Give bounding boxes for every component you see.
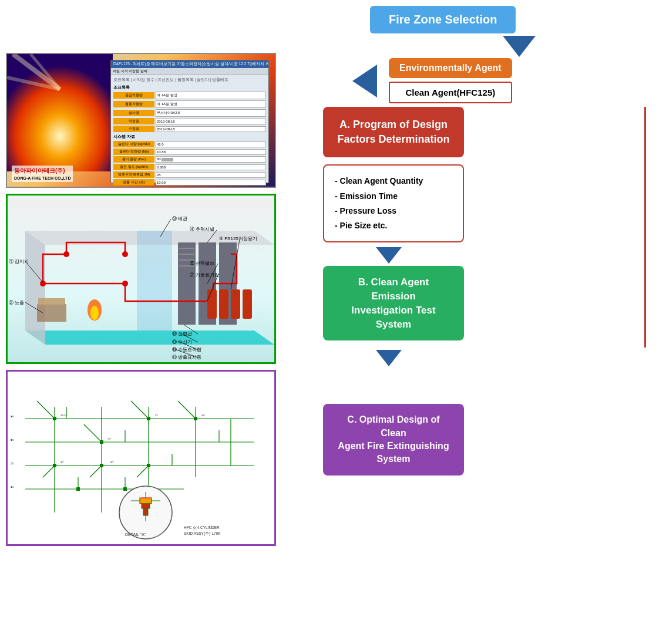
red-bracket-line (644, 107, 646, 348)
arrow-left-env (352, 65, 377, 97)
svg-text:HFC 소4-CYLINDER: HFC 소4-CYLINDER (184, 525, 220, 530)
svg-text:₁₀₀: ₁₀₀ (60, 413, 66, 417)
svg-rect-73 (147, 417, 150, 420)
svg-text:₄₀: ₄₀ (201, 413, 205, 417)
svg-rect-92 (143, 508, 148, 515)
svg-rect-19 (207, 289, 217, 319)
sw-val-7: 10.88 (156, 149, 266, 155)
clean-emission-line2: Investigation Test System (351, 305, 435, 330)
fire-zone-box: Fire Zone Selection (370, 6, 516, 33)
svg-rect-20 (219, 289, 228, 319)
arrow-down-2 (376, 247, 402, 264)
svg-line-58 (37, 401, 55, 419)
flowchart: Fire Zone Selection Environmentally Agen… (288, 6, 664, 476)
clean-agent-hfc-label: Clean Agent(HFC125) (405, 87, 495, 97)
sw-label-8: 충기 용량 (Bar) (113, 156, 154, 163)
svg-text:₃₀: ₃₀ (11, 414, 14, 418)
svg-rect-78 (123, 487, 127, 491)
sw-val-9: 0.888 (156, 164, 266, 170)
sw-label-12: 선택 밸도 (개) (113, 187, 154, 188)
company-logo: 동아파이아테크(주) DONG-A FIRE TECH CO.,LTD (12, 166, 73, 182)
piping-diagram-svg: ₁₀₀ ₅₀ ₇₅ ₄₀ ₂₅ ₂₅ DETAIL "A" ₃₀ (8, 372, 274, 544)
svg-rect-71 (53, 417, 56, 420)
left-panels: DAFI-125 - 3(세트)호 제트바보기용 자동소화장치(소방시설 설계/… (6, 53, 282, 546)
svg-rect-74 (194, 417, 197, 420)
svg-text:③ 배관: ③ 배관 (172, 216, 187, 221)
sw-label-3: 설사명 (113, 110, 154, 116)
svg-rect-22 (243, 289, 252, 319)
svg-text:⑤ FS125저장용기: ⑤ FS125저장용기 (219, 236, 257, 241)
svg-rect-0 (7, 54, 113, 171)
sw-label-2: 협동각형량 (113, 101, 154, 107)
svg-text:₂₅: ₂₅ (11, 437, 14, 441)
sw-label-4: 작성일 (113, 118, 154, 124)
factor-3: - Pressure Loss (335, 204, 452, 218)
sw-label-7: 슬린다 적재량 (Nb) (113, 149, 154, 155)
logo-english: DONG-A FIRE TECH CO.,LTD (14, 176, 70, 180)
svg-marker-5 (25, 231, 45, 345)
svg-text:② 노즐: ② 노즐 (9, 300, 24, 305)
program-line2: Factors Determination (337, 133, 449, 145)
optimal-line1: C. Optimal Design of Clean (347, 414, 439, 437)
sw-val-5: 2013-08-18 (156, 126, 266, 132)
svg-line-60 (131, 401, 149, 419)
env-agent-box: Environmentally Agent (389, 58, 512, 78)
sw-label-11: 방출 시간 (초) (113, 179, 154, 186)
fire-zone-label: Fire Zone Selection (389, 13, 497, 26)
svg-text:⑧ 집합관: ⑧ 집합관 (172, 331, 192, 336)
system-diagram-panel: ① 감지기 ② 노즐 ③ 배관 ④ 추력시빌 ⑤ FS125저장용기 ⑥ 선택밸… (6, 194, 276, 364)
logo-korean: 동아파이아테크(주) (14, 167, 65, 174)
sw-menu: 파일 시작 저장한 날짜 (111, 68, 268, 75)
sw-label-10: 방호구역 빠른압 (M) (113, 171, 154, 178)
sw-title: DAFI-125 - 3(세트)호 제트바보기용 자동소화장치(소방시설 설계/… (111, 60, 268, 68)
svg-rect-76 (100, 464, 103, 467)
svg-rect-77 (147, 464, 150, 467)
svg-text:₁₅: ₁₅ (11, 484, 14, 488)
svg-rect-8 (178, 242, 196, 325)
sw-val-6: 42.0 (156, 141, 266, 147)
svg-point-16 (122, 251, 128, 257)
arrow-down-1 (503, 36, 536, 57)
optimal-box: C. Optimal Design of Clean Agent Fire Ex… (323, 404, 464, 476)
svg-rect-91 (142, 504, 150, 508)
sw-val-2: 여 1A일 달성 (156, 100, 266, 108)
sw-section2: 시스템 자료 (113, 134, 266, 140)
factors-box: - Clean Agent Quantity - Emission Time -… (323, 164, 464, 242)
clean-emission-box: B. Clean Agent Emission Investigation Te… (323, 266, 464, 340)
svg-rect-75 (53, 464, 56, 467)
sw-section1: 조표목록 (113, 85, 266, 90)
sw-val-8: 60 (156, 156, 266, 162)
svg-rect-72 (100, 440, 103, 444)
svg-point-24 (90, 306, 99, 320)
svg-text:₂₀: ₂₀ (11, 461, 14, 465)
clean-emission-line1: B. Clean Agent Emission (358, 277, 429, 302)
svg-line-59 (84, 424, 102, 442)
sw-label-5: 수정일 (113, 126, 154, 132)
sw-val-10: 25 (156, 172, 266, 178)
sw-val-1: 여 1A일 달성 (156, 92, 266, 99)
svg-rect-79 (76, 487, 80, 491)
svg-text:DETAIL "A": DETAIL "A" (125, 532, 146, 537)
optimal-line2: Agent Fire Extinguishing System (338, 441, 449, 464)
factor-2: - Emission Time (335, 189, 452, 204)
arrow-down-3 (376, 350, 402, 366)
factor-1: - Clean Agent Quantity (335, 174, 452, 188)
svg-rect-25 (37, 304, 66, 322)
software-window: DAFI-125 - 3(세트)호 제트바보기용 자동소화장치(소방시설 설계/… (110, 60, 269, 183)
sw-val-3: 부서사이0A2.5 (156, 109, 266, 117)
sw-val-12: 1020 (156, 187, 266, 188)
sw-label-1: 공급적형량 (113, 92, 154, 99)
sw-label-6: 슬린다 내량 (kg/NR) (113, 141, 154, 147)
sw-val-4: 2013-08-18 (156, 119, 266, 124)
svg-line-61 (178, 401, 196, 419)
svg-text:₂₅: ₂₅ (110, 459, 114, 463)
svg-marker-4 (25, 331, 274, 345)
sw-val-11: 10.00 (156, 180, 266, 186)
sw-label-9: 충전 밀도 (kg/NR) (113, 164, 154, 170)
svg-rect-26 (38, 298, 65, 305)
svg-point-18 (40, 281, 46, 286)
svg-text:⑦ 기동용기함: ⑦ 기동용기함 (190, 272, 219, 278)
program-line1: A. Program of Design (339, 119, 448, 130)
svg-text:④ 추력시빌: ④ 추력시빌 (190, 227, 214, 232)
piping-diagram-panel: ₁₀₀ ₅₀ ₇₅ ₄₀ ₂₅ ₂₅ DETAIL "A" ₃₀ (6, 370, 276, 546)
